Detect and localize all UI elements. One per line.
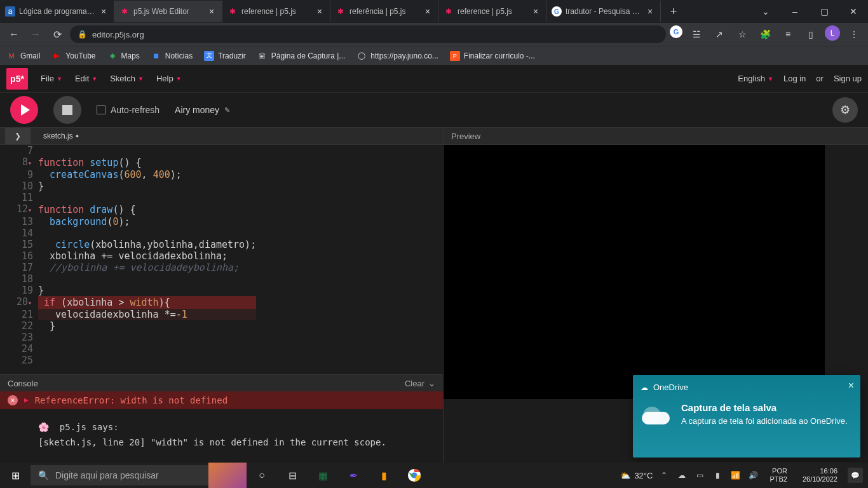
expand-icon[interactable]: ▶ <box>24 394 29 407</box>
bookmark-captura[interactable]: 🏛Página de Captura |... <box>257 51 346 61</box>
flower-icon: 🌸 <box>38 422 49 432</box>
settings-button[interactable]: ⚙ <box>832 97 858 123</box>
or-label: or <box>816 74 824 83</box>
minimize-button[interactable]: – <box>780 0 810 23</box>
back-button[interactable]: ← <box>5 25 23 43</box>
windows-search-input[interactable]: 🔍 Digite aqui para pesquisar <box>31 465 208 485</box>
tab-referencia[interactable]: ✱ referência | p5.js × <box>330 1 438 22</box>
bookmark-juno[interactable]: ◯https://pay.juno.co... <box>356 51 438 61</box>
favicon: ✱ <box>444 6 454 17</box>
tab-title: reference | p5.js <box>241 7 311 16</box>
bookmark-star-icon[interactable]: ☆ <box>733 25 751 43</box>
play-button[interactable] <box>10 96 38 124</box>
console-header[interactable]: Console Clear ⌄ <box>0 375 443 391</box>
file-tabs: ❯ sketch.js ● <box>0 127 443 145</box>
bookmark-curriculo[interactable]: PFinalizar currículo -... <box>450 51 535 61</box>
url-input[interactable]: 🔒 editor.p5js.org <box>70 25 666 43</box>
reload-button[interactable]: ⟳ <box>48 25 66 43</box>
tab-reference-1[interactable]: ✱ reference | p5.js × <box>222 1 330 22</box>
meet-now-icon[interactable]: ▭ <box>693 469 706 482</box>
error-text: ReferenceError: width is not defined <box>35 394 227 407</box>
tab-title: referência | p5.js <box>349 7 419 16</box>
tab-p5-editor[interactable]: ✱ p5.js Web Editor × <box>114 1 222 22</box>
close-icon[interactable]: × <box>531 6 541 17</box>
signup-link[interactable]: Sign up <box>834 74 862 83</box>
close-window-button[interactable]: ✕ <box>839 0 868 23</box>
maximize-button[interactable]: ▢ <box>810 0 839 23</box>
wifi-icon[interactable]: 📶 <box>729 469 742 482</box>
tray-chevron-icon[interactable]: ⌃ <box>658 469 670 482</box>
p5-menubar: p5* File▼ Edit▼ Sketch▼ Help▼ English▼ L… <box>0 65 868 93</box>
toast-close-button[interactable]: × <box>848 380 854 391</box>
file-tab-sketch[interactable]: sketch.js ● <box>36 132 86 140</box>
sketch-name[interactable]: Airy money ✎ <box>175 105 230 115</box>
onedrive-notification[interactable]: ☁ OneDrive × Captura de tela salva A cap… <box>633 375 860 458</box>
bookmark-noticias[interactable]: ◼Notícias <box>151 51 193 61</box>
toast-title: Captura de tela salva <box>681 402 848 413</box>
notifications-button[interactable]: 💬 <box>848 468 863 483</box>
menu-edit[interactable]: Edit▼ <box>75 74 97 83</box>
excel-icon[interactable]: ▦ <box>308 463 338 488</box>
new-tab-button[interactable]: + <box>665 3 682 20</box>
bookmark-maps[interactable]: ◆Maps <box>107 51 140 61</box>
sidebar-toggle[interactable]: ❯ <box>5 128 31 144</box>
kebab-menu-icon[interactable]: ⋮ <box>845 25 863 43</box>
weather-widget[interactable]: ⛅ 32°C <box>620 471 653 480</box>
stop-button[interactable] <box>53 96 81 124</box>
tab-tradutor[interactable]: G tradutor - Pesquisa Go × <box>546 1 661 22</box>
start-button[interactable]: ⊞ <box>0 463 31 488</box>
clear-console-button[interactable]: Clear ⌄ <box>405 379 435 388</box>
reading-list-icon[interactable]: ≡ <box>779 25 797 43</box>
google-icon[interactable]: G <box>670 25 682 38</box>
auto-refresh-toggle[interactable]: Auto-refresh <box>97 105 159 115</box>
profile-avatar[interactable]: L <box>825 25 840 41</box>
bookmark-youtube[interactable]: ▶YouTube <box>51 51 95 61</box>
console-output[interactable]: ✕ ▶ ReferenceError: width is not defined… <box>0 391 443 463</box>
bookmark-traduzir[interactable]: 文Traduzir <box>204 51 246 61</box>
feather-icon[interactable]: ✒ <box>338 463 369 488</box>
share-icon[interactable]: ↗ <box>710 25 728 43</box>
tab-title: p5.js Web Editor <box>133 7 203 16</box>
menu-sketch[interactable]: Sketch▼ <box>110 74 144 83</box>
clock[interactable]: 16:06 26/10/2022 <box>797 467 843 484</box>
checkbox-icon[interactable] <box>97 105 105 114</box>
browser-titlebar: a Lógica de programaçã × ✱ p5.js Web Edi… <box>0 0 868 23</box>
login-link[interactable]: Log in <box>783 74 806 83</box>
weather-icon: ⛅ <box>620 471 630 480</box>
tab-reference-2[interactable]: ✱ reference | p5.js × <box>438 1 546 22</box>
favicon: ✱ <box>336 6 346 17</box>
close-icon[interactable]: × <box>423 6 433 17</box>
p5-logo[interactable]: p5* <box>6 68 28 90</box>
chevron-down-icon[interactable]: ⌄ <box>751 0 780 23</box>
code-editor[interactable]: 7 8▾function setup() { 9 createCanvas(60… <box>0 145 443 374</box>
search-highlight-art[interactable] <box>208 463 247 488</box>
close-icon[interactable]: × <box>315 6 325 17</box>
menu-file[interactable]: File▼ <box>41 74 62 83</box>
app-icon[interactable]: ▮ <box>369 463 399 488</box>
language-indicator[interactable]: POR PTB2 <box>764 467 792 484</box>
console-error-row: ✕ ▶ ReferenceError: width is not defined <box>0 391 443 409</box>
menu-help[interactable]: Help▼ <box>156 74 182 83</box>
language-selector[interactable]: English▼ <box>738 74 773 83</box>
extensions-icon[interactable]: 🧩 <box>756 25 774 43</box>
forward-button[interactable]: → <box>27 25 44 43</box>
battery-icon[interactable]: ▮ <box>711 469 724 482</box>
task-widgets-icon[interactable]: ⊟ <box>277 463 308 488</box>
translate-icon[interactable]: ☱ <box>688 25 705 43</box>
task-view-icon[interactable]: ○ <box>247 463 277 488</box>
volume-icon[interactable]: 🔊 <box>747 469 759 482</box>
onedrive-tray-icon[interactable]: ☁ <box>675 469 688 482</box>
tab-logica[interactable]: a Lógica de programaçã × <box>0 1 114 22</box>
task-icons: ○ ⊟ ▦ ✒ ▮ <box>247 463 430 488</box>
toast-body: A captura de tela foi adicionada ao OneD… <box>681 416 848 426</box>
pencil-icon[interactable]: ✎ <box>224 106 230 114</box>
close-icon[interactable]: × <box>645 6 655 17</box>
console-help-row: [sketch.js, line 20] "width" is not defi… <box>0 433 443 449</box>
chrome-icon[interactable] <box>399 463 430 488</box>
close-icon[interactable]: × <box>98 6 109 17</box>
favicon: a <box>5 6 15 17</box>
bookmark-gmail[interactable]: MGmail <box>6 51 40 61</box>
browser-addressbar: ← → ⟳ 🔒 editor.p5js.org G ☱ ↗ ☆ 🧩 ≡ ▯ L … <box>0 23 868 46</box>
side-panel-icon[interactable]: ▯ <box>802 25 820 43</box>
close-icon[interactable]: × <box>207 6 217 17</box>
